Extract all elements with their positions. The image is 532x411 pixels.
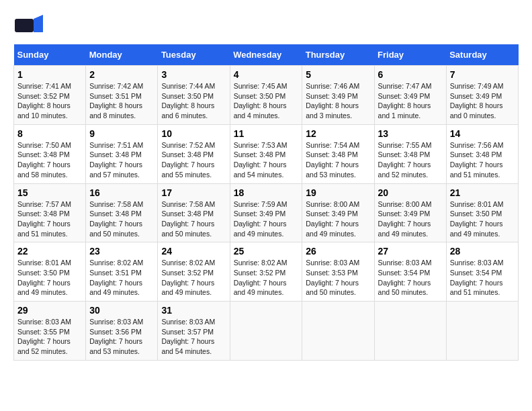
day-info: Sunrise: 8:02 AMSunset: 3:52 PMDaylight:…: [234, 259, 287, 296]
calendar-cell: [302, 302, 374, 361]
day-info: Sunrise: 7:49 AMSunset: 3:49 PMDaylight:…: [450, 82, 504, 120]
page-container: Sunday Monday Tuesday Wednesday Thursday…: [13, 13, 519, 361]
day-info: Sunrise: 7:51 AMSunset: 3:48 PMDaylight:…: [89, 141, 143, 179]
day-number: 21: [450, 187, 515, 198]
header: [13, 13, 519, 38]
logo: [13, 13, 46, 38]
calendar-cell: 17 Sunrise: 7:58 AMSunset: 3:48 PMDaylig…: [158, 183, 230, 242]
calendar-week-row: 8 Sunrise: 7:50 AMSunset: 3:48 PMDayligh…: [14, 124, 519, 183]
calendar-cell: 27 Sunrise: 8:03 AMSunset: 3:54 PMDaylig…: [374, 242, 446, 302]
day-number: 19: [306, 187, 370, 198]
calendar-cell: 3 Sunrise: 7:44 AMSunset: 3:50 PMDayligh…: [158, 66, 230, 125]
day-info: Sunrise: 8:01 AMSunset: 3:50 PMDaylight:…: [450, 200, 504, 238]
calendar-cell: 8 Sunrise: 7:50 AMSunset: 3:48 PMDayligh…: [14, 124, 86, 183]
calendar-cell: [374, 302, 446, 361]
day-info: Sunrise: 7:50 AMSunset: 3:48 PMDaylight:…: [17, 141, 71, 179]
day-info: Sunrise: 7:56 AMSunset: 3:48 PMDaylight:…: [450, 141, 504, 179]
calendar-cell: 12 Sunrise: 7:54 AMSunset: 3:48 PMDaylig…: [302, 124, 374, 183]
calendar-cell: 20 Sunrise: 8:00 AMSunset: 3:49 PMDaylig…: [374, 183, 446, 242]
day-number: 28: [450, 246, 515, 257]
calendar-cell: 1 Sunrise: 7:41 AMSunset: 3:52 PMDayligh…: [14, 66, 86, 125]
day-number: 1: [17, 69, 82, 80]
calendar-cell: 14 Sunrise: 7:56 AMSunset: 3:48 PMDaylig…: [446, 124, 518, 183]
day-number: 10: [161, 128, 226, 139]
day-info: Sunrise: 8:03 AMSunset: 3:57 PMDaylight:…: [161, 318, 215, 355]
day-number: 13: [378, 128, 443, 139]
day-info: Sunrise: 8:03 AMSunset: 3:53 PMDaylight:…: [306, 259, 359, 296]
day-info: Sunrise: 7:59 AMSunset: 3:49 PMDaylight:…: [234, 200, 287, 238]
calendar-cell: 7 Sunrise: 7:49 AMSunset: 3:49 PMDayligh…: [446, 66, 518, 125]
calendar-cell: 21 Sunrise: 8:01 AMSunset: 3:50 PMDaylig…: [446, 183, 518, 242]
col-thursday: Thursday: [302, 44, 374, 66]
col-saturday: Saturday: [446, 44, 518, 66]
day-number: 27: [378, 246, 443, 257]
calendar-cell: 6 Sunrise: 7:47 AMSunset: 3:49 PMDayligh…: [374, 66, 446, 125]
day-info: Sunrise: 7:45 AMSunset: 3:50 PMDaylight:…: [234, 82, 287, 120]
day-info: Sunrise: 7:58 AMSunset: 3:48 PMDaylight:…: [161, 200, 215, 238]
calendar-week-row: 22 Sunrise: 8:01 AMSunset: 3:50 PMDaylig…: [14, 242, 519, 302]
calendar-cell: 11 Sunrise: 7:53 AMSunset: 3:48 PMDaylig…: [230, 124, 302, 183]
svg-marker-1: [34, 15, 43, 32]
day-number: 14: [450, 128, 515, 139]
calendar-cell: 24 Sunrise: 8:02 AMSunset: 3:52 PMDaylig…: [158, 242, 230, 302]
calendar-cell: 22 Sunrise: 8:01 AMSunset: 3:50 PMDaylig…: [14, 242, 86, 302]
day-number: 26: [306, 246, 370, 257]
day-info: Sunrise: 8:02 AMSunset: 3:52 PMDaylight:…: [161, 259, 215, 296]
calendar-week-row: 1 Sunrise: 7:41 AMSunset: 3:52 PMDayligh…: [14, 66, 519, 125]
day-number: 6: [378, 69, 443, 80]
day-number: 8: [17, 128, 82, 139]
calendar-cell: 26 Sunrise: 8:03 AMSunset: 3:53 PMDaylig…: [302, 242, 374, 302]
day-number: 7: [450, 69, 515, 80]
calendar-cell: 31 Sunrise: 8:03 AMSunset: 3:57 PMDaylig…: [158, 302, 230, 361]
day-number: 15: [17, 187, 82, 198]
col-monday: Monday: [86, 44, 158, 66]
day-info: Sunrise: 8:03 AMSunset: 3:56 PMDaylight:…: [89, 318, 143, 355]
day-info: Sunrise: 8:03 AMSunset: 3:54 PMDaylight:…: [378, 259, 432, 296]
day-number: 20: [378, 187, 443, 198]
svg-rect-0: [15, 19, 34, 32]
day-info: Sunrise: 7:44 AMSunset: 3:50 PMDaylight:…: [161, 82, 215, 120]
day-number: 23: [89, 246, 154, 257]
day-number: 18: [234, 187, 299, 198]
calendar-cell: 25 Sunrise: 8:02 AMSunset: 3:52 PMDaylig…: [230, 242, 302, 302]
column-headers: Sunday Monday Tuesday Wednesday Thursday…: [14, 44, 519, 66]
calendar-cell: 2 Sunrise: 7:42 AMSunset: 3:51 PMDayligh…: [86, 66, 158, 125]
day-info: Sunrise: 8:00 AMSunset: 3:49 PMDaylight:…: [306, 200, 359, 238]
day-info: Sunrise: 7:47 AMSunset: 3:49 PMDaylight:…: [378, 82, 432, 120]
day-number: 9: [89, 128, 154, 139]
calendar-week-row: 29 Sunrise: 8:03 AMSunset: 3:55 PMDaylig…: [14, 302, 519, 361]
day-info: Sunrise: 8:03 AMSunset: 3:54 PMDaylight:…: [450, 259, 504, 296]
day-number: 25: [234, 246, 299, 257]
calendar-cell: 5 Sunrise: 7:46 AMSunset: 3:49 PMDayligh…: [302, 66, 374, 125]
day-number: 12: [306, 128, 370, 139]
day-number: 31: [161, 305, 226, 316]
calendar-cell: 13 Sunrise: 7:55 AMSunset: 3:48 PMDaylig…: [374, 124, 446, 183]
calendar-week-row: 15 Sunrise: 7:57 AMSunset: 3:48 PMDaylig…: [14, 183, 519, 242]
day-info: Sunrise: 8:03 AMSunset: 3:55 PMDaylight:…: [17, 318, 71, 355]
col-sunday: Sunday: [14, 44, 86, 66]
day-info: Sunrise: 7:46 AMSunset: 3:49 PMDaylight:…: [306, 82, 359, 120]
calendar-cell: 18 Sunrise: 7:59 AMSunset: 3:49 PMDaylig…: [230, 183, 302, 242]
day-info: Sunrise: 8:02 AMSunset: 3:51 PMDaylight:…: [89, 259, 143, 296]
day-number: 24: [161, 246, 226, 257]
day-info: Sunrise: 8:00 AMSunset: 3:49 PMDaylight:…: [378, 200, 432, 238]
calendar-cell: 10 Sunrise: 7:52 AMSunset: 3:48 PMDaylig…: [158, 124, 230, 183]
calendar-cell: 28 Sunrise: 8:03 AMSunset: 3:54 PMDaylig…: [446, 242, 518, 302]
day-number: 17: [161, 187, 226, 198]
calendar-cell: 29 Sunrise: 8:03 AMSunset: 3:55 PMDaylig…: [14, 302, 86, 361]
day-number: 3: [161, 69, 226, 80]
col-tuesday: Tuesday: [158, 44, 230, 66]
day-info: Sunrise: 7:57 AMSunset: 3:48 PMDaylight:…: [17, 200, 71, 238]
day-number: 11: [234, 128, 299, 139]
calendar-cell: [446, 302, 518, 361]
day-number: 30: [89, 305, 154, 316]
day-info: Sunrise: 7:41 AMSunset: 3:52 PMDaylight:…: [17, 82, 71, 120]
calendar-cell: 15 Sunrise: 7:57 AMSunset: 3:48 PMDaylig…: [14, 183, 86, 242]
calendar-cell: 4 Sunrise: 7:45 AMSunset: 3:50 PMDayligh…: [230, 66, 302, 125]
calendar-cell: 30 Sunrise: 8:03 AMSunset: 3:56 PMDaylig…: [86, 302, 158, 361]
logo-icon: [13, 13, 43, 38]
calendar-cell: 16 Sunrise: 7:58 AMSunset: 3:48 PMDaylig…: [86, 183, 158, 242]
day-info: Sunrise: 7:54 AMSunset: 3:48 PMDaylight:…: [306, 141, 359, 179]
day-info: Sunrise: 7:55 AMSunset: 3:48 PMDaylight:…: [378, 141, 432, 179]
calendar-cell: 23 Sunrise: 8:02 AMSunset: 3:51 PMDaylig…: [86, 242, 158, 302]
